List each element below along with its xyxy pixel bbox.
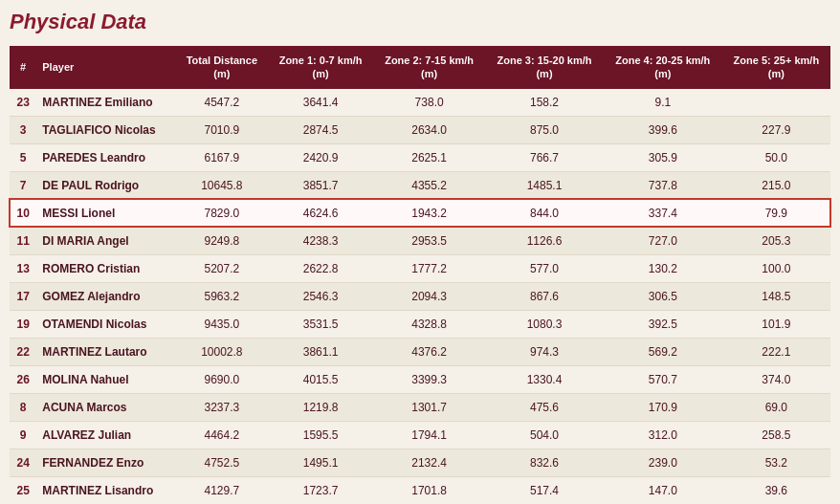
cell-player: DE PAUL Rodrigo	[36, 171, 175, 199]
cell-zone4: 727.0	[604, 227, 722, 254]
col-total-distance: Total Distance(m)	[176, 46, 268, 89]
cell-zone5: 79.9	[722, 199, 830, 227]
cell-zone3: 867.6	[485, 282, 604, 310]
col-num: #	[10, 46, 36, 89]
cell-total_distance: 6167.9	[176, 143, 268, 171]
cell-total_distance: 5963.2	[176, 282, 268, 310]
col-zone5: Zone 5: 25+ km/h(m)	[722, 46, 830, 89]
cell-zone5: 215.0	[722, 171, 830, 199]
cell-zone3: 875.0	[485, 116, 604, 143]
cell-zone4: 392.5	[604, 310, 722, 338]
table-header-row: # Player Total Distance(m) Zone 1: 0-7 k…	[10, 46, 830, 89]
cell-num: 8	[10, 393, 36, 421]
cell-zone3: 517.4	[485, 476, 604, 504]
table-row: 10MESSI Lionel7829.04624.61943.2844.0337…	[10, 199, 830, 227]
cell-num: 11	[10, 227, 36, 254]
cell-zone1: 4238.3	[268, 227, 373, 254]
cell-zone2: 738.0	[373, 89, 485, 117]
cell-num: 3	[10, 116, 36, 143]
table-row: 11DI MARIA Angel9249.84238.32953.51126.6…	[10, 227, 830, 254]
cell-zone2: 2953.5	[373, 227, 485, 254]
cell-player: TAGLIAFICO Nicolas	[36, 116, 175, 143]
cell-zone3: 832.6	[485, 449, 604, 476]
cell-zone4: 306.5	[604, 282, 722, 310]
cell-zone2: 1701.8	[373, 476, 485, 504]
cell-total_distance: 10002.8	[176, 338, 268, 365]
cell-zone3: 1485.1	[485, 171, 604, 199]
cell-zone4: 147.0	[604, 476, 722, 504]
table-row: 7DE PAUL Rodrigo10645.83851.74355.21485.…	[10, 171, 830, 199]
cell-zone3: 158.2	[485, 89, 604, 117]
table-row: 13ROMERO Cristian5207.22622.81777.2577.0…	[10, 254, 830, 282]
physical-data-table: # Player Total Distance(m) Zone 1: 0-7 k…	[10, 46, 830, 504]
cell-num: 19	[10, 310, 36, 338]
cell-zone2: 1777.2	[373, 254, 485, 282]
table-row: 5PAREDES Leandro6167.92420.92625.1766.73…	[10, 143, 830, 171]
cell-zone5: 39.6	[722, 476, 830, 504]
cell-zone4: 130.2	[604, 254, 722, 282]
cell-zone5: 50.0	[722, 143, 830, 171]
table-row: 8ACUNA Marcos3237.31219.81301.7475.6170.…	[10, 393, 830, 421]
cell-player: ALVAREZ Julian	[36, 421, 175, 449]
table-row: 17GOMEZ Alejandro5963.22546.32094.3867.6…	[10, 282, 830, 310]
table-row: 26MOLINA Nahuel9690.04015.53399.31330.45…	[10, 365, 830, 393]
page-title: Physical Data	[10, 10, 830, 34]
cell-player: DI MARIA Angel	[36, 227, 175, 254]
cell-player: ACUNA Marcos	[36, 393, 175, 421]
cell-zone3: 577.0	[485, 254, 604, 282]
cell-zone2: 4376.2	[373, 338, 485, 365]
cell-total_distance: 4547.2	[176, 89, 268, 117]
cell-zone2: 2625.1	[373, 143, 485, 171]
cell-total_distance: 5207.2	[176, 254, 268, 282]
cell-zone3: 1330.4	[485, 365, 604, 393]
cell-num: 9	[10, 421, 36, 449]
cell-zone2: 2634.0	[373, 116, 485, 143]
cell-zone1: 4624.6	[268, 199, 373, 227]
cell-zone1: 2546.3	[268, 282, 373, 310]
cell-zone1: 1595.5	[268, 421, 373, 449]
cell-num: 24	[10, 449, 36, 476]
cell-num: 5	[10, 143, 36, 171]
cell-zone3: 504.0	[485, 421, 604, 449]
cell-zone2: 4355.2	[373, 171, 485, 199]
cell-num: 10	[10, 199, 36, 227]
cell-zone5: 205.3	[722, 227, 830, 254]
cell-player: MARTINEZ Lisandro	[36, 476, 175, 504]
cell-zone1: 2874.5	[268, 116, 373, 143]
cell-zone2: 4328.8	[373, 310, 485, 338]
cell-zone1: 2622.8	[268, 254, 373, 282]
col-zone2: Zone 2: 7-15 km/h(m)	[373, 46, 485, 89]
table-row: 24FERNANDEZ Enzo4752.51495.12132.4832.62…	[10, 449, 830, 476]
cell-zone4: 337.4	[604, 199, 722, 227]
cell-zone1: 4015.5	[268, 365, 373, 393]
cell-num: 25	[10, 476, 36, 504]
cell-zone1: 1495.1	[268, 449, 373, 476]
cell-zone3: 475.6	[485, 393, 604, 421]
cell-num: 26	[10, 365, 36, 393]
cell-player: MOLINA Nahuel	[36, 365, 175, 393]
cell-zone3: 766.7	[485, 143, 604, 171]
cell-player: MARTINEZ Lautaro	[36, 338, 175, 365]
cell-total_distance: 7829.0	[176, 199, 268, 227]
cell-zone2: 2094.3	[373, 282, 485, 310]
cell-num: 22	[10, 338, 36, 365]
cell-zone5: 100.0	[722, 254, 830, 282]
cell-zone5: 101.9	[722, 310, 830, 338]
cell-zone1: 1723.7	[268, 476, 373, 504]
cell-player: MESSI Lionel	[36, 199, 175, 227]
cell-zone5: 222.1	[722, 338, 830, 365]
table-row: 22MARTINEZ Lautaro10002.83861.14376.2974…	[10, 338, 830, 365]
table-row: 3TAGLIAFICO Nicolas7010.92874.52634.0875…	[10, 116, 830, 143]
table-row: 9ALVAREZ Julian4464.21595.51794.1504.031…	[10, 421, 830, 449]
cell-zone4: 399.6	[604, 116, 722, 143]
col-zone1: Zone 1: 0-7 km/h(m)	[268, 46, 373, 89]
cell-zone1: 3641.4	[268, 89, 373, 117]
cell-zone1: 2420.9	[268, 143, 373, 171]
cell-zone4: 305.9	[604, 143, 722, 171]
col-zone3: Zone 3: 15-20 km/h(m)	[485, 46, 604, 89]
cell-zone4: 737.8	[604, 171, 722, 199]
cell-num: 23	[10, 89, 36, 117]
cell-zone5: 258.5	[722, 421, 830, 449]
cell-num: 13	[10, 254, 36, 282]
cell-zone4: 570.7	[604, 365, 722, 393]
